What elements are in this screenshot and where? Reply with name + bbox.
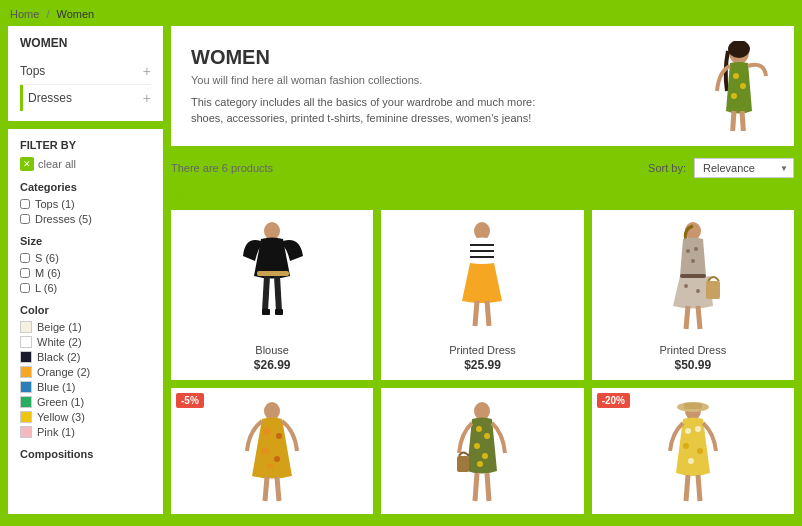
svg-line-18 [487, 301, 489, 326]
clear-all-button[interactable]: ✕ clear all [20, 157, 151, 171]
svg-point-13 [474, 222, 490, 240]
filter-cat-tops-checkbox[interactable] [20, 199, 30, 209]
sidebar-item-dresses-plus: + [143, 90, 151, 106]
svg-point-30 [263, 427, 271, 435]
hero-text: WOMEN You will find here all woman fashi… [191, 46, 551, 127]
hero-image [684, 41, 774, 131]
filter-size-l-label: L (6) [35, 282, 57, 294]
svg-point-22 [691, 259, 695, 263]
color-swatch-pink [20, 426, 32, 438]
svg-point-7 [264, 222, 280, 240]
product-price-2: $25.99 [464, 358, 501, 372]
breadcrumb-home[interactable]: Home [10, 8, 39, 20]
sort-wrapper: Relevance Name A-Z Name Z-A Price Low-Hi… [694, 158, 794, 178]
svg-line-27 [698, 306, 700, 329]
filter-color-black-label: Black (2) [37, 351, 80, 363]
filter-compositions-title: Compositions [20, 448, 151, 460]
filter-size-m[interactable]: M (6) [20, 267, 151, 279]
filter-cat-dresses[interactable]: Dresses (5) [20, 213, 151, 225]
product-image-4 [179, 396, 365, 514]
filter-categories: Categories Tops (1) Dresses (5) [20, 181, 151, 225]
filter-title: FILTER BY [20, 139, 151, 151]
product-price-1: $26.99 [254, 358, 291, 372]
hero-model-svg [684, 41, 774, 131]
product-img-dress1 [450, 221, 515, 336]
svg-point-29 [264, 402, 280, 420]
filter-cat-dresses-label: Dresses (5) [35, 213, 92, 225]
filter-size-title: Size [20, 235, 151, 247]
filter-color-orange[interactable]: Orange (2) [20, 366, 151, 378]
filter-color-beige-label: Beige (1) [37, 321, 82, 333]
product-card-1[interactable]: Blouse $26.99 [171, 210, 373, 380]
product-name-2: Printed Dress [449, 344, 516, 356]
svg-point-32 [261, 447, 269, 455]
product-img-dress3 [237, 401, 307, 511]
filter-color-yellow[interactable]: Yellow (3) [20, 411, 151, 423]
color-swatch-black [20, 351, 32, 363]
filter-color-beige[interactable]: Beige (1) [20, 321, 151, 333]
product-image-5 [389, 396, 575, 514]
color-swatch-beige [20, 321, 32, 333]
color-swatch-white [20, 336, 32, 348]
svg-line-54 [686, 475, 688, 501]
svg-point-24 [696, 289, 700, 293]
svg-line-45 [487, 473, 489, 501]
filter-color-white[interactable]: White (2) [20, 336, 151, 348]
filter-size-m-checkbox[interactable] [20, 268, 30, 278]
svg-line-44 [475, 473, 477, 501]
filter-color-white-label: White (2) [37, 336, 82, 348]
svg-point-51 [683, 443, 689, 449]
filter-color-green[interactable]: Green (1) [20, 396, 151, 408]
filter-color-blue[interactable]: Blue (1) [20, 381, 151, 393]
sidebar-nav-title: WOMEN [20, 36, 151, 50]
svg-line-17 [475, 301, 477, 326]
svg-line-9 [277, 276, 279, 311]
hero-subtitle: You will find here all woman fashion col… [191, 74, 551, 86]
product-image-1 [179, 218, 365, 338]
sidebar-item-tops[interactable]: Tops + [20, 58, 151, 85]
filter-cat-tops[interactable]: Tops (1) [20, 198, 151, 210]
main-content: WOMEN You will find here all woman fashi… [171, 26, 794, 514]
sidebar-item-dresses[interactable]: Dresses + [20, 85, 151, 111]
hero-description: This category includes all the basics of… [191, 94, 551, 127]
product-count: There are 6 products [171, 162, 273, 174]
filter-cat-dresses-checkbox[interactable] [20, 214, 30, 224]
filter-color-pink[interactable]: Pink (1) [20, 426, 151, 438]
toolbar: There are 6 products Sort by: Relevance … [171, 154, 794, 182]
svg-line-8 [265, 276, 267, 311]
svg-point-50 [695, 426, 701, 432]
product-price-3: $50.99 [674, 358, 711, 372]
svg-point-4 [731, 93, 737, 99]
filter-size-l-checkbox[interactable] [20, 283, 30, 293]
svg-point-21 [694, 247, 698, 251]
svg-rect-25 [680, 274, 706, 278]
color-swatch-orange [20, 366, 32, 378]
svg-point-52 [697, 448, 703, 454]
filter-size-l[interactable]: L (6) [20, 282, 151, 294]
product-card-5[interactable] [381, 388, 583, 514]
product-card-3[interactable]: Printed Dress $50.99 [592, 210, 794, 380]
sort-area: Sort by: Relevance Name A-Z Name Z-A Pri… [648, 158, 794, 178]
svg-line-35 [265, 477, 267, 501]
product-name-3: Printed Dress [660, 344, 727, 356]
color-swatch-yellow [20, 411, 32, 423]
breadcrumb-current: Women [57, 8, 95, 20]
sort-select[interactable]: Relevance Name A-Z Name Z-A Price Low-Hi… [694, 158, 794, 178]
svg-line-5 [732, 111, 734, 131]
filter-size-s-checkbox[interactable] [20, 253, 30, 263]
svg-point-42 [477, 461, 483, 467]
sidebar-item-dresses-label: Dresses [28, 91, 72, 105]
svg-point-40 [474, 443, 480, 449]
filter-color-black[interactable]: Black (2) [20, 351, 151, 363]
filter-size: Size S (6) M (6) L (6) [20, 235, 151, 294]
filter-size-m-label: M (6) [35, 267, 61, 279]
svg-line-36 [277, 477, 279, 501]
svg-point-34 [267, 463, 273, 469]
product-card-4[interactable]: -5% [171, 388, 373, 514]
product-image-6 [600, 396, 786, 514]
product-card-2[interactable]: Printed Dress $25.99 [381, 210, 583, 380]
filter-color-orange-label: Orange (2) [37, 366, 90, 378]
product-card-6[interactable]: -20% [592, 388, 794, 514]
filter-size-s[interactable]: S (6) [20, 252, 151, 264]
svg-point-38 [476, 426, 482, 432]
